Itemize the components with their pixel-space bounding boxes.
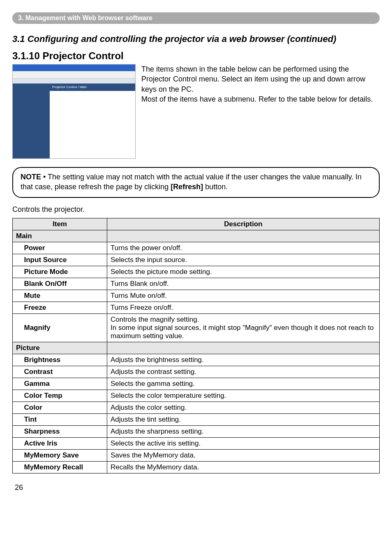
item-cell: Gamma — [21, 378, 107, 390]
indent-cell — [13, 242, 21, 254]
page-number: 26 — [15, 483, 380, 492]
desc-cell: Adjusts the contrast setting. — [107, 366, 380, 378]
group-desc-empty — [107, 230, 380, 242]
group-main: Main — [13, 230, 107, 242]
desc-cell: Adjusts the brightness setting. — [107, 354, 380, 366]
desc-cell: Turns Freeze on/off. — [107, 302, 380, 313]
desc-cell: Selects the picture mode setting. — [107, 266, 380, 278]
item-cell: Freeze — [21, 302, 107, 313]
indent-cell — [13, 402, 21, 413]
indent-cell — [13, 278, 21, 290]
table-row: Color TempSelects the color temperature … — [13, 390, 380, 402]
indent-cell — [13, 413, 21, 425]
item-cell: Blank On/Off — [21, 278, 107, 290]
table-row: MuteTurns Mute on/off. — [13, 290, 380, 302]
chapter-header: 3. Management with Web browser software — [12, 12, 380, 24]
item-cell: MyMemory Recall — [21, 461, 107, 473]
desc-cell: Turns Mute on/off. — [107, 290, 380, 302]
table-row: MyMemory RecallRecalls the MyMemory data… — [13, 461, 380, 473]
item-cell: Color — [21, 402, 107, 413]
desc-cell: Controls the magnify setting. In some in… — [107, 313, 380, 342]
note-box: NOTE • The setting value may not match w… — [12, 167, 380, 198]
chapter-header-text: 3. Management with Web browser software — [18, 14, 152, 22]
th-item: Item — [13, 218, 107, 230]
group-desc-empty — [107, 342, 380, 354]
indent-cell — [13, 390, 21, 402]
indent-cell — [13, 290, 21, 302]
item-cell: Color Temp — [21, 390, 107, 402]
item-cell: Power — [21, 242, 107, 254]
controls-line: Controls the projector. — [12, 205, 380, 214]
desc-cell: Saves the MyMemory data. — [107, 449, 380, 461]
indent-cell — [13, 354, 21, 366]
table-row: FreezeTurns Freeze on/off. — [13, 302, 380, 313]
indent-cell — [13, 366, 21, 378]
desc-cell: Recalls the MyMemory data. — [107, 461, 380, 473]
indent-cell — [13, 266, 21, 278]
item-cell: Input Source — [21, 254, 107, 266]
desc-cell: Selects the color temperature setting. — [107, 390, 380, 402]
note-refresh: [Refresh] — [171, 183, 203, 191]
section-title: 3.1 Configuring and controlling the proj… — [12, 34, 380, 44]
table-row: ColorAdjusts the color setting. — [13, 402, 380, 413]
indent-cell — [13, 449, 21, 461]
item-cell: Brightness — [21, 354, 107, 366]
table-row: ContrastAdjusts the contrast setting. — [13, 366, 380, 378]
table-row: BrightnessAdjusts the brightness setting… — [13, 354, 380, 366]
desc-cell: Selects the gamma setting. — [107, 378, 380, 390]
note-after: button. — [203, 183, 228, 191]
indent-cell — [13, 302, 21, 313]
indent-cell — [13, 437, 21, 449]
indent-cell — [13, 461, 21, 473]
desc-cell: Turns the power on/off. — [107, 242, 380, 254]
table-row: GammaSelects the gamma setting. — [13, 378, 380, 390]
table-row: SharpnessAdjusts the sharpness setting. — [13, 425, 380, 437]
th-description: Description — [107, 218, 380, 230]
item-cell: Contrast — [21, 366, 107, 378]
screenshot-projector-control: Projector Control / Main — [12, 64, 136, 159]
table-row: Picture ModeSelects the picture mode set… — [13, 266, 380, 278]
table-row: Input SourceSelects the input source. — [13, 254, 380, 266]
group-picture: Picture — [13, 342, 107, 354]
table-row: Active IrisSelects the active iris setti… — [13, 437, 380, 449]
item-cell: Mute — [21, 290, 107, 302]
table-row: MyMemory SaveSaves the MyMemory data. — [13, 449, 380, 461]
table-row: MagnifyControls the magnify setting. In … — [13, 313, 380, 342]
desc-cell: Adjusts the tint setting. — [107, 413, 380, 425]
table-row: Blank On/OffTurns Blank on/off. — [13, 278, 380, 290]
indent-cell — [13, 313, 21, 342]
item-cell: Picture Mode — [21, 266, 107, 278]
desc-cell: Selects the input source. — [107, 254, 380, 266]
table-row: TintAdjusts the tint setting. — [13, 413, 380, 425]
desc-cell: Turns Blank on/off. — [107, 278, 380, 290]
controls-table: Item Description MainPowerTurns the powe… — [12, 218, 380, 473]
indent-cell — [13, 425, 21, 437]
desc-cell: Adjusts the color setting. — [107, 402, 380, 413]
indent-cell — [13, 378, 21, 390]
note-label: NOTE — [21, 173, 41, 181]
indent-cell — [13, 254, 21, 266]
item-cell: MyMemory Save — [21, 449, 107, 461]
screenshot-panel-title: Projector Control / Main — [50, 84, 135, 91]
item-cell: Sharpness — [21, 425, 107, 437]
table-row: PowerTurns the power on/off. — [13, 242, 380, 254]
intro-text: The items shown in the table below can b… — [141, 64, 380, 159]
subsection-title: 3.1.10 Projector Control — [12, 50, 380, 62]
desc-cell: Selects the active iris setting. — [107, 437, 380, 449]
desc-cell: Adjusts the sharpness setting. — [107, 425, 380, 437]
item-cell: Tint — [21, 413, 107, 425]
item-cell: Magnify — [21, 313, 107, 342]
item-cell: Active Iris — [21, 437, 107, 449]
